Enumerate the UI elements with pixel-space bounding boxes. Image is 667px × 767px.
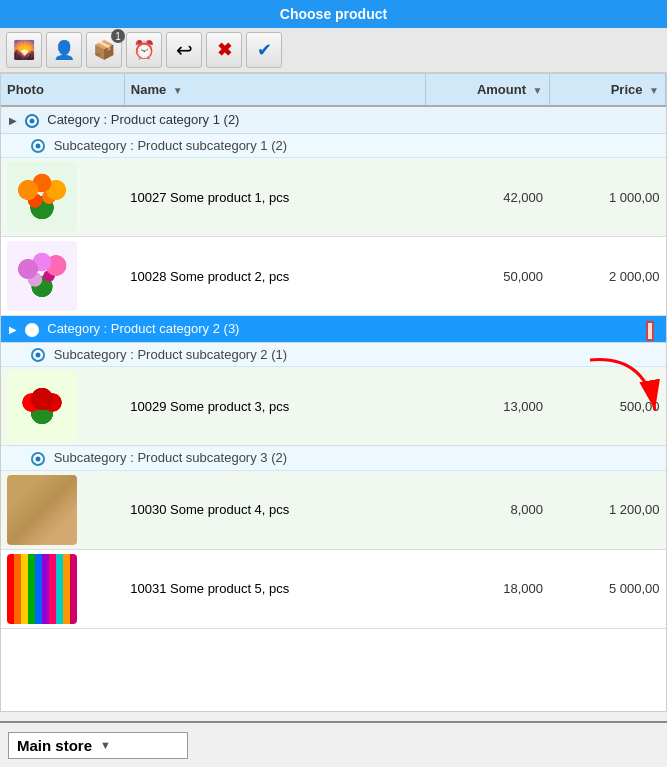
product-amount: 18,000: [426, 549, 549, 628]
cancel-btn[interactable]: ✖: [206, 32, 242, 68]
scroll-highlight: [646, 321, 654, 341]
toolbar: 🌄 👤 📦 1 ⏰ ↩ ✖ ✔: [0, 28, 667, 73]
product-image: [7, 241, 77, 311]
category-icon: [25, 114, 39, 128]
cart-btn[interactable]: 📦 1: [86, 32, 122, 68]
subcategory-label: Subcategory : Product subcategory 3 (2): [54, 450, 287, 465]
amount-filter-icon[interactable]: ▼: [533, 85, 543, 96]
cart-badge: 1: [111, 29, 125, 43]
expand-icon: ▶: [9, 324, 17, 335]
category-label: Category : Product category 2 (3): [47, 321, 239, 336]
store-selector[interactable]: Main store ▼: [8, 732, 188, 759]
table-row[interactable]: 10031 Some product 5, pcs 18,000 5 000,0…: [1, 549, 666, 628]
undo-btn[interactable]: ↩: [166, 32, 202, 68]
product-price: 1 000,00: [549, 158, 665, 237]
category-row[interactable]: ▶ Category : Product category 2 (3): [1, 316, 666, 343]
clock-btn[interactable]: ⏰: [126, 32, 162, 68]
product-price: 1 200,00: [549, 470, 665, 549]
product-image: [7, 554, 77, 624]
product-image: [7, 162, 77, 232]
subcategory-icon: [31, 139, 45, 153]
user-btn[interactable]: 👤: [46, 32, 82, 68]
product-amount: 50,000: [426, 237, 549, 316]
subcategory-label: Subcategory : Product subcategory 1 (2): [54, 138, 287, 153]
store-bar: Main store ▼: [0, 721, 667, 767]
category-icon: [25, 323, 39, 337]
product-photo: [1, 470, 124, 549]
table-row[interactable]: 10029 Some product 3, pcs 13,000 500,00: [1, 367, 666, 446]
title-bar: Choose product: [0, 0, 667, 28]
subcategory-row[interactable]: Subcategory : Product subcategory 2 (1): [1, 342, 666, 367]
col-name: Name ▼: [124, 74, 425, 106]
category-row[interactable]: ▶ Category : Product category 1 (2): [1, 106, 666, 133]
product-name: 10031 Some product 5, pcs: [124, 549, 425, 628]
table-row[interactable]: 10030 Some product 4, pcs 8,000 1 200,00: [1, 470, 666, 549]
table-row[interactable]: 10028 Some product 2, pcs 50,000 2 000,0…: [1, 237, 666, 316]
product-photo: [1, 237, 124, 316]
product-amount: 8,000: [426, 470, 549, 549]
subcategory-icon: [31, 452, 45, 466]
subcategory-label: Subcategory : Product subcategory 2 (1): [54, 347, 287, 362]
category-label: Category : Product category 1 (2): [47, 112, 239, 127]
product-name: 10029 Some product 3, pcs: [124, 367, 425, 446]
subcategory-row[interactable]: Subcategory : Product subcategory 1 (2): [1, 133, 666, 158]
subcategory-row[interactable]: Subcategory : Product subcategory 3 (2): [1, 446, 666, 471]
product-image: [7, 475, 77, 545]
col-amount: Amount ▼: [426, 74, 549, 106]
store-dropdown-arrow: ▼: [100, 739, 111, 751]
product-name: 10028 Some product 2, pcs: [124, 237, 425, 316]
product-price: 2 000,00: [549, 237, 665, 316]
product-table: Photo Name ▼ Amount ▼ Price ▼ ▶: [1, 74, 666, 629]
product-amount: 42,000: [426, 158, 549, 237]
product-photo: [1, 549, 124, 628]
product-table-container: Photo Name ▼ Amount ▼ Price ▼ ▶: [0, 73, 667, 712]
table-row[interactable]: 10027 Some product 1, pcs 42,000 1 000,0…: [1, 158, 666, 237]
title-text: Choose product: [280, 6, 387, 22]
product-price: 500,00: [549, 367, 665, 446]
subcategory-icon: [31, 348, 45, 362]
product-photo: [1, 158, 124, 237]
store-name: Main store: [17, 737, 92, 754]
confirm-btn[interactable]: ✔: [246, 32, 282, 68]
product-photo: [1, 367, 124, 446]
expand-icon: ▶: [9, 115, 17, 126]
product-name: 10027 Some product 1, pcs: [124, 158, 425, 237]
col-photo: Photo: [1, 74, 124, 106]
product-amount: 13,000: [426, 367, 549, 446]
product-price: 5 000,00: [549, 549, 665, 628]
name-filter-icon[interactable]: ▼: [173, 85, 183, 96]
product-name: 10030 Some product 4, pcs: [124, 470, 425, 549]
product-image: [7, 371, 77, 441]
col-price: Price ▼: [549, 74, 665, 106]
image-btn[interactable]: 🌄: [6, 32, 42, 68]
price-filter-icon[interactable]: ▼: [649, 85, 659, 96]
